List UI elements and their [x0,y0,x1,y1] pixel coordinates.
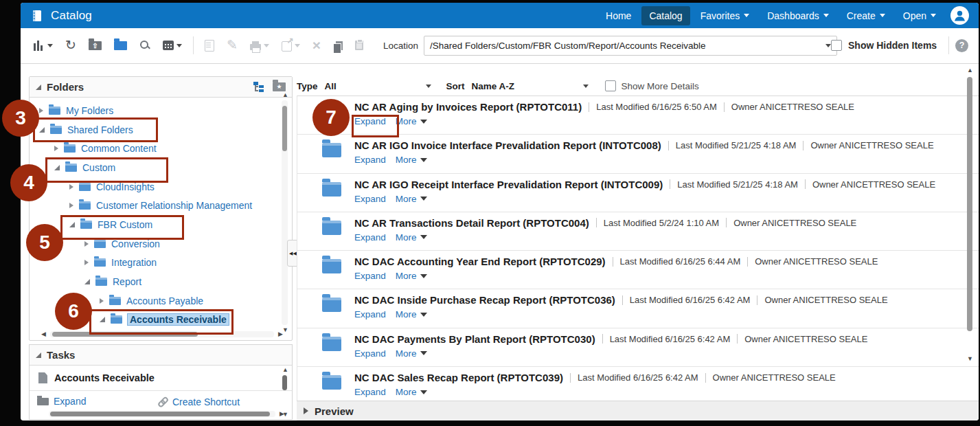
more-link[interactable]: More [396,232,427,243]
tree-item-cloudinsights[interactable]: CloudInsights [30,177,277,197]
expand-link[interactable]: Expand [354,194,386,204]
tree-item-customer-relationship-management[interactable]: Customer Relationship Management [30,196,277,215]
collapsed-arrow-icon[interactable] [54,146,58,151]
show-hidden-checkbox[interactable] [831,40,842,51]
expand-arrow-icon[interactable] [304,407,308,414]
tree-item-label[interactable]: FBR Custom [98,219,152,230]
report-title[interactable]: NC AR IGO Receipt Interface Prevalidatio… [354,179,663,190]
expanded-arrow-icon[interactable] [54,165,60,170]
more-link[interactable]: More [396,348,427,359]
scrollbar-thumb[interactable] [52,332,198,337]
edit-button[interactable]: ✎ [225,38,239,52]
collapsed-arrow-icon[interactable] [69,184,73,190]
view-type-button[interactable] [32,38,54,52]
tree-item-label[interactable]: Custom [82,162,115,173]
folder-up-button[interactable]: ⇧ [87,40,103,52]
nav-item-catalog[interactable]: Catalog [641,6,690,25]
tree-item-label[interactable]: Customer Relationship Management [96,200,252,211]
tree-item-label[interactable]: Shared Folders [67,124,133,135]
tree-item-shared-folders[interactable]: Shared Folders [30,120,277,139]
expanded-arrow-icon[interactable] [69,222,75,227]
tasks-panel-header[interactable]: Tasks [30,345,292,366]
tree-horizontal-scrollbar[interactable]: ◀ ▶ [50,331,274,337]
tree-item-label[interactable]: Integration [111,257,157,268]
new-folder-button[interactable] [113,40,128,52]
more-link[interactable]: More [396,271,427,281]
expanded-arrow-icon[interactable] [84,279,90,284]
nav-item-home[interactable]: Home [598,6,639,25]
type-dropdown[interactable]: All [325,78,431,94]
list-view-button[interactable] [161,39,183,52]
scroll-up-icon[interactable]: ▲ [282,92,288,98]
expand-link[interactable]: Expand [354,271,386,281]
collapsed-arrow-icon[interactable] [84,241,89,247]
location-dropdown[interactable]: /Shared Folders/Custom/FBR Custom/Report… [424,36,837,56]
scroll-down-icon[interactable]: ▼ [282,327,288,333]
tree-item-label[interactable]: Conversion [111,238,160,249]
more-link[interactable]: More [396,116,427,126]
nav-item-create[interactable]: Create [839,6,893,25]
expand-link[interactable]: Expand [354,116,386,126]
nav-item-dashboards[interactable]: Dashboards [760,6,836,25]
nav-item-open[interactable]: Open [896,6,944,25]
print-button[interactable] [249,40,271,52]
copy-button[interactable] [332,40,344,52]
report-title[interactable]: NC DAC Sales Recap Report (RPTOTC039) [354,372,563,383]
expand-link[interactable]: Expand [354,309,386,320]
refresh-button[interactable]: ↻ [64,38,78,52]
folders-panel-header[interactable]: Folders [30,77,292,98]
more-link[interactable]: More [396,387,427,397]
preview-section-header[interactable]: Preview [297,401,979,421]
tree-item-common-content[interactable]: Common Content [30,139,277,158]
tree-item-label[interactable]: Accounts Receivable [128,314,229,325]
scroll-left-icon[interactable]: ◀ [41,331,46,337]
task-create-shortcut-link[interactable]: Create Shortcut [157,396,240,407]
collapsed-arrow-icon[interactable] [39,108,43,113]
expanded-arrow-icon[interactable] [39,127,45,133]
tree-item-fbr-custom[interactable]: FBR Custom [30,215,277,234]
favorites-folder-icon[interactable] [273,82,286,91]
scroll-right-icon[interactable]: ▶ [280,411,284,417]
user-avatar[interactable] [950,6,969,25]
collapse-arrow-icon[interactable] [36,85,41,90]
tree-view-icon[interactable] [253,82,264,92]
report-title[interactable]: NC AR Aging by Invoices Report (RPTOTC01… [354,101,582,113]
expand-link[interactable]: Expand [354,348,386,359]
expand-link[interactable]: Expand [354,155,386,165]
help-icon[interactable]: ? [955,39,968,52]
scroll-down-icon[interactable]: ▼ [967,356,973,362]
tasks-vertical-scrollbar[interactable]: ▲ ▼ [282,372,288,414]
tree-item-label[interactable]: Report [113,276,141,287]
sort-dropdown[interactable]: Name A-Z [472,78,589,94]
scrollbar-thumb[interactable] [282,375,287,390]
scrollbar-thumb[interactable] [967,77,972,331]
share-button[interactable] [280,38,301,53]
expand-link[interactable]: Expand [354,387,386,397]
collapsed-arrow-icon[interactable] [84,260,89,265]
search-button[interactable] [138,38,152,52]
scroll-up-icon[interactable]: ▲ [967,67,973,74]
scroll-up-icon[interactable]: ▲ [282,367,288,373]
report-title[interactable]: NC DAC Inside Purchase Recap Report (RPT… [354,294,615,306]
report-title[interactable]: NC DAC Accounting Year End Report (RPTOT… [354,256,606,267]
report-title[interactable]: NC DAC Payments By Plant Report (RPTOTC0… [354,333,595,345]
report-title[interactable]: NC AR Transactions Detail Report (RPTOTC… [354,217,589,229]
tree-vertical-scrollbar[interactable]: ▲ ▼ [282,100,288,325]
paste-button[interactable] [354,39,365,52]
collapse-arrow-icon[interactable] [36,352,41,358]
more-link[interactable]: More [396,309,427,320]
tree-item-label[interactable]: Common Content [81,143,157,154]
expanded-arrow-icon[interactable] [100,317,105,322]
tree-item-my-folders[interactable]: My Folders [30,101,277,120]
collapsed-arrow-icon[interactable] [100,298,104,304]
export-button[interactable] [203,38,216,53]
tree-item-custom[interactable]: Custom [30,158,277,177]
scroll-right-icon[interactable]: ▶ [278,331,283,337]
tree-item-label[interactable]: Accounts Payable [126,295,203,306]
more-link[interactable]: More [396,155,427,165]
show-more-details-checkbox[interactable] [605,80,616,91]
tree-item-integration[interactable]: Integration [30,254,277,273]
task-expand-link[interactable]: Expand [37,396,86,407]
more-link[interactable]: More [396,194,427,204]
scrollbar-thumb[interactable] [50,412,270,416]
